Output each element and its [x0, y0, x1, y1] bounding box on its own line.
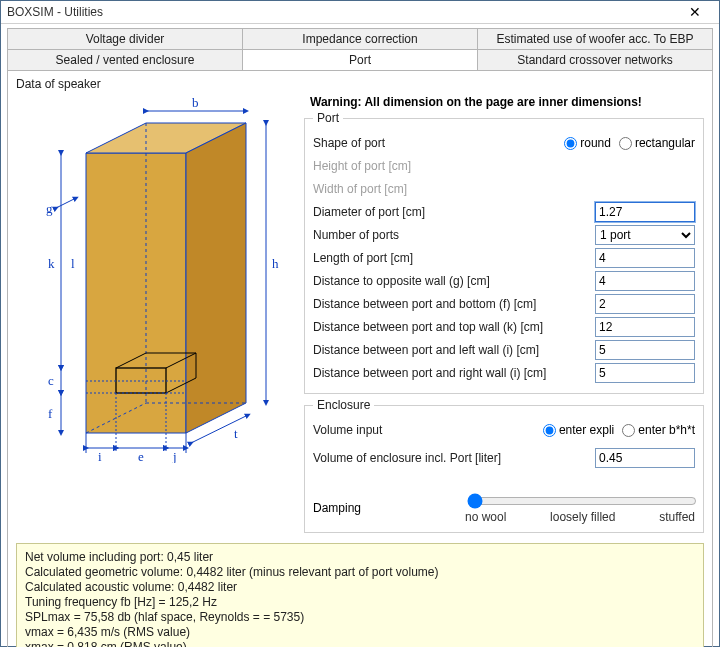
dim-e-label: e [138, 449, 144, 463]
shape-round-option[interactable]: round [564, 136, 611, 150]
volume-input-expli-option[interactable]: enter expli [543, 423, 614, 437]
enclosure-legend: Enclosure [313, 398, 374, 412]
number-of-ports-select[interactable]: 1 port [595, 225, 695, 245]
shape-round-radio[interactable] [564, 137, 577, 150]
enclosure-fieldset: Enclosure Volume input enter expli enter… [304, 398, 704, 533]
diameter-of-port-label: Diameter of port [cm] [313, 205, 595, 219]
volume-input-bht-option[interactable]: enter b*h*t [622, 423, 695, 437]
dim-g-label: g [46, 201, 53, 216]
results-panel: Net volume including port: 0,45 liter Ca… [16, 543, 704, 647]
dist-left-input[interactable] [595, 340, 695, 360]
tab-voltage-divider[interactable]: Voltage divider [7, 28, 243, 49]
tab-impedance-correction[interactable]: Impedance correction [243, 28, 478, 49]
dim-t-label: t [234, 426, 238, 441]
result-acoustic-volume: Calculated acoustic volume: 0,4482 liter [25, 580, 695, 595]
dist-top-label: Distance between port and top wall (k) [… [313, 320, 595, 334]
svg-line-17 [56, 198, 76, 208]
titlebar: BOXSIM - Utilities ✕ [1, 1, 719, 24]
tabs: Voltage divider Impedance correction Est… [1, 24, 719, 647]
dist-right-label: Distance between port and right wall (i)… [313, 366, 595, 380]
tab-ebp[interactable]: Estimated use of woofer acc. To EBP [478, 28, 713, 49]
volume-input-label: Volume input [313, 423, 543, 437]
result-xmax: xmax = 0,818 cm (RMS value) [25, 640, 695, 647]
dist-bottom-label: Distance between port and bottom (f) [cm… [313, 297, 595, 311]
shape-rect-radio[interactable] [619, 137, 632, 150]
port-legend: Port [313, 111, 343, 125]
tab-sealed-vented[interactable]: Sealed / vented enclosure [7, 49, 243, 70]
form-column: Warning: All dimension on the page are i… [304, 93, 704, 537]
damping-mark-no-wool: no wool [465, 510, 506, 524]
result-net-volume: Net volume including port: 0,45 liter [25, 550, 695, 565]
damping-slider[interactable] [467, 493, 697, 509]
damping-label: Damping [313, 501, 465, 515]
dist-opposite-wall-input[interactable] [595, 271, 695, 291]
tab-row-2: Sealed / vented enclosure Port Standard … [7, 49, 713, 70]
volume-input-bht-radio[interactable] [622, 424, 635, 437]
tab-body: Data of speaker [7, 70, 713, 647]
window-title: BOXSIM - Utilities [7, 5, 677, 19]
volume-input-expli-radio[interactable] [543, 424, 556, 437]
dist-bottom-input[interactable] [595, 294, 695, 314]
result-splmax: SPLmax = 75,58 db (hlaf space, Reynolds … [25, 610, 695, 625]
result-geometric-volume: Calculated geometric volume: 0,4482 lite… [25, 565, 695, 580]
close-button[interactable]: ✕ [677, 1, 713, 23]
tab-port[interactable]: Port [243, 49, 478, 70]
shape-rect-option[interactable]: rectangular [619, 136, 695, 150]
tab-row-1: Voltage divider Impedance correction Est… [7, 28, 713, 49]
diagram-column: b h t g k [16, 93, 296, 537]
damping-mark-loosely: loosely filled [550, 510, 615, 524]
volume-incl-port-input[interactable] [595, 448, 695, 468]
svg-marker-2 [186, 123, 246, 433]
dim-i-label: i [98, 449, 102, 463]
height-of-port-label: Height of port [cm] [313, 159, 695, 173]
result-tuning-freq: Tuning frequency fb [Hz] = 125,2 Hz [25, 595, 695, 610]
dist-left-label: Distance between port and left wall (i) … [313, 343, 595, 357]
diameter-of-port-input[interactable] [595, 202, 695, 222]
tab-crossover[interactable]: Standard crossover networks [478, 49, 713, 70]
number-of-ports-label: Number of ports [313, 228, 595, 242]
shape-of-port-label: Shape of port [313, 136, 564, 150]
dim-j-label: j [172, 449, 177, 463]
dist-opposite-wall-label: Distance to opposite wall (g) [cm] [313, 274, 595, 288]
dim-k-label: k [48, 256, 55, 271]
length-of-port-input[interactable] [595, 248, 695, 268]
dim-l-label: l [71, 256, 75, 271]
section-data-of-speaker: Data of speaker [16, 75, 704, 93]
length-of-port-label: Length of port [cm] [313, 251, 595, 265]
dim-b-label: b [192, 95, 199, 110]
warning-text: Warning: All dimension on the page are i… [304, 93, 704, 111]
volume-incl-port-label: Volume of enclosure incl. Port [liter] [313, 451, 595, 465]
dim-c-label: c [48, 373, 54, 388]
result-vmax: vmax = 6,435 m/s (RMS value) [25, 625, 695, 640]
enclosure-diagram: b h t g k [16, 93, 286, 463]
width-of-port-label: Width of port [cm] [313, 182, 695, 196]
dim-f-label: f [48, 406, 53, 421]
dim-h-label: h [272, 256, 279, 271]
port-fieldset: Port Shape of port round rectangular Hei… [304, 111, 704, 394]
dist-top-input[interactable] [595, 317, 695, 337]
damping-mark-stuffed: stuffed [659, 510, 695, 524]
dist-right-input[interactable] [595, 363, 695, 383]
window: BOXSIM - Utilities ✕ Voltage divider Imp… [0, 0, 720, 647]
